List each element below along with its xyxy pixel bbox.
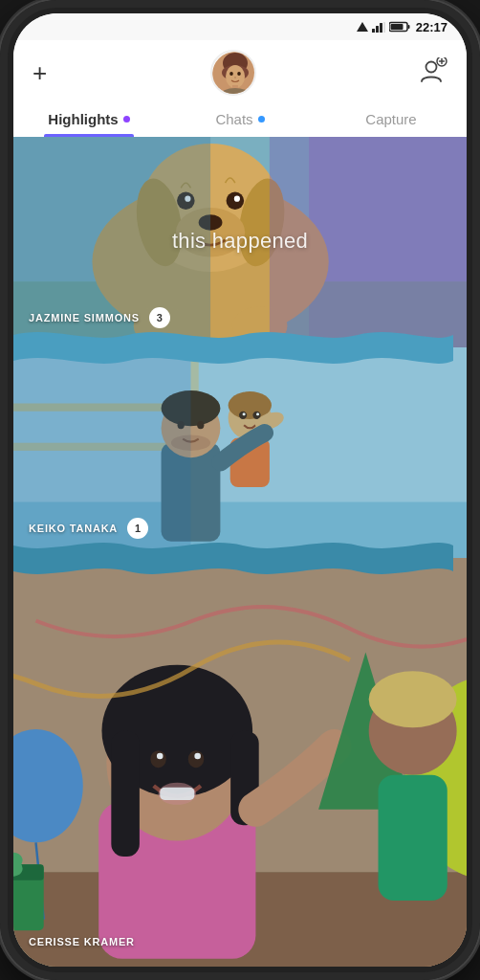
svg-marker-0	[357, 22, 368, 32]
this-happened-text: this happened	[172, 229, 308, 254]
screen: 22:17 +	[13, 13, 467, 967]
tab-highlights[interactable]: Highlights	[13, 103, 164, 137]
content-area: this happened JAZMINE SIMMONS 3	[13, 137, 467, 967]
battery-icon	[389, 21, 410, 33]
svg-point-33	[234, 196, 240, 202]
wave-separator-2	[13, 532, 453, 558]
status-bar: 22:17	[13, 13, 467, 40]
svg-rect-7	[390, 24, 403, 30]
svg-point-11	[226, 65, 245, 88]
profile-add-icon[interactable]	[419, 57, 447, 88]
tab-capture[interactable]: Capture	[316, 103, 467, 137]
tab-chats-label: Chats	[215, 111, 252, 127]
profile-icon-svg	[419, 57, 447, 84]
avatar[interactable]	[210, 50, 256, 96]
svg-rect-4	[383, 22, 385, 33]
svg-rect-3	[380, 23, 382, 33]
tab-chats[interactable]: Chats	[164, 103, 316, 137]
tab-capture-label: Capture	[365, 111, 416, 127]
tab-highlights-label: Highlights	[48, 111, 118, 127]
svg-point-13	[237, 72, 241, 76]
svg-rect-88	[13, 558, 467, 967]
wave-separator-1	[13, 322, 453, 347]
nav-tabs: Highlights Chats Capture	[13, 96, 467, 137]
avatar-image	[212, 52, 256, 96]
phone-shell: 22:17 +	[0, 0, 480, 980]
signal-icon	[357, 22, 368, 32]
svg-point-12	[229, 72, 233, 76]
wave-top-3	[13, 558, 453, 575]
highlights-dot	[123, 116, 130, 122]
top-bar: +	[13, 40, 467, 96]
cards-container: this happened JAZMINE SIMMONS 3	[13, 137, 467, 967]
svg-rect-1	[372, 29, 375, 33]
svg-rect-2	[376, 26, 379, 33]
mobile-signal-icon	[372, 22, 385, 33]
party-image	[13, 558, 467, 967]
svg-point-14	[233, 77, 235, 78]
svg-point-17	[426, 62, 437, 73]
chats-dot	[258, 116, 265, 122]
card-jazmine-simmons[interactable]: this happened JAZMINE SIMMONS 3	[13, 137, 467, 347]
wave-top-2	[13, 347, 453, 365]
card-3-username: CERISSE KRAMER	[29, 936, 135, 947]
status-time: 22:17	[416, 20, 447, 34]
card-keiko-tanaka[interactable]: KEIKO TANAKA 1	[13, 347, 467, 558]
status-icons	[357, 21, 410, 33]
add-button[interactable]: +	[33, 60, 47, 85]
svg-rect-6	[407, 25, 409, 29]
card-cerisse-kramer[interactable]: CERISSE KRAMER	[13, 558, 467, 967]
card-3-user-info: CERISSE KRAMER	[29, 936, 135, 947]
